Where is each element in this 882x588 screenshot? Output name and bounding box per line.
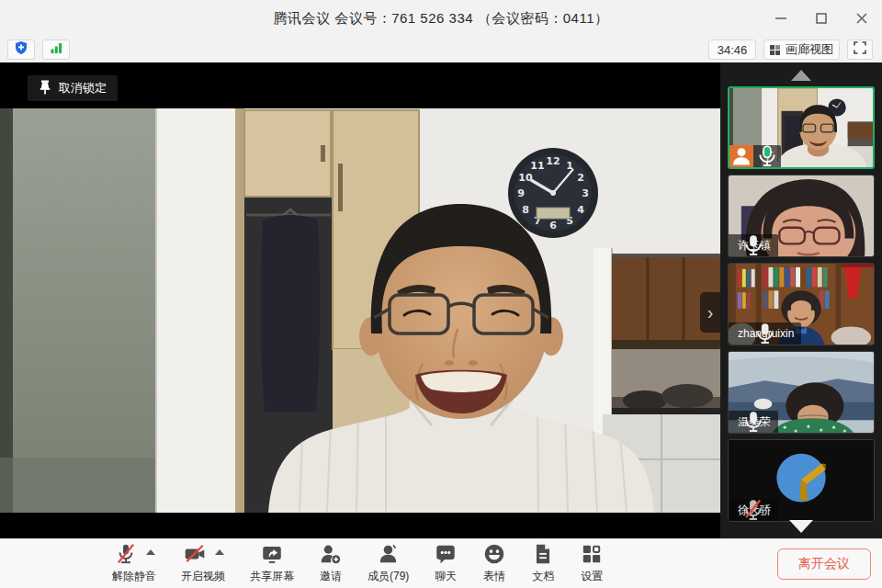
minimize-button[interactable] (761, 0, 801, 37)
svg-text:6: 6 (549, 220, 557, 232)
meeting-timer: 34:46 (708, 40, 756, 60)
participant-video-1[interactable]: 丁 (728, 86, 875, 169)
tool-label: 文档 (532, 569, 554, 584)
participant-video-4[interactable]: 温美荣 (728, 351, 875, 434)
svg-text:11: 11 (530, 160, 544, 172)
minimize-icon (775, 13, 786, 24)
tool-label: 共享屏幕 (250, 569, 294, 584)
tool-label: 成员(79) (368, 569, 409, 584)
signal-bars-icon (49, 40, 63, 59)
participants-sidebar: 丁 (720, 62, 882, 538)
members-button[interactable]: 成员(79) (368, 544, 409, 584)
tool-label: 解除静音 (112, 569, 156, 584)
titlebar: 腾讯会议 会议号：761 526 334 （会议密码：0411） (0, 0, 882, 37)
maximize-button[interactable] (801, 0, 842, 37)
leave-meeting-button[interactable]: 离开会议 (777, 548, 871, 580)
participant-4-label: 温美荣 (729, 411, 778, 433)
chevron-right-icon: › (707, 302, 714, 323)
participant-2-label: 许玉镇 (729, 234, 778, 256)
video-options-caret[interactable] (215, 549, 224, 555)
unlock-pin-button[interactable]: 取消锁定 (28, 75, 118, 101)
scroll-down-button[interactable] (789, 520, 813, 533)
svg-text:10: 10 (518, 172, 533, 184)
network-status-button[interactable] (42, 40, 70, 60)
document-icon (531, 542, 555, 569)
participant-3-label: zhangruixin (729, 322, 801, 345)
close-icon (856, 13, 867, 24)
close-button[interactable] (842, 0, 882, 37)
participant-1-label: 丁 (753, 145, 781, 167)
main-video[interactable]: 12 1 2 3 4 5 6 7 8 9 10 11 (0, 62, 720, 538)
tool-label: 开启视频 (181, 569, 225, 584)
svg-text:4: 4 (577, 204, 584, 216)
share-screen-button[interactable]: 共享屏幕 (250, 544, 294, 584)
sidebar-collapse-handle[interactable]: › (700, 292, 720, 333)
window-controls (761, 0, 882, 37)
gallery-view-button[interactable]: 画廊视图 (763, 40, 840, 60)
meeting-security-button[interactable] (7, 40, 35, 60)
shield-plus-icon (14, 40, 28, 59)
host-badge (729, 145, 753, 167)
svg-text:9: 9 (517, 187, 525, 199)
svg-text:2: 2 (577, 172, 584, 184)
svg-text:8: 8 (522, 204, 529, 216)
svg-text:12: 12 (546, 155, 560, 167)
chat-icon (434, 542, 458, 569)
unlock-label: 取消锁定 (59, 80, 107, 96)
mic-muted-icon (114, 542, 138, 569)
invite-icon (319, 542, 343, 569)
camera-off-icon (183, 542, 207, 569)
bottom-toolbar: 解除静音 开启视频 (0, 538, 882, 588)
settings-grid-icon (580, 542, 604, 569)
tool-label: 聊天 (435, 569, 457, 584)
participant-video-5[interactable]: 徐天骄 (728, 439, 875, 522)
participant-video-3[interactable]: zhangruixin (728, 263, 875, 345)
fullscreen-button[interactable] (847, 40, 873, 60)
maximize-icon (816, 13, 827, 24)
fullscreen-corners-icon (854, 41, 866, 58)
participant-video-2[interactable]: 许玉镇 (728, 175, 875, 257)
tencent-meeting-window: 腾讯会议 会议号：761 526 334 （会议密码：0411） (0, 0, 882, 588)
participant-5-label: 徐天骄 (729, 499, 778, 521)
tool-label: 设置 (581, 569, 603, 584)
invite-button[interactable]: 邀请 (319, 544, 343, 584)
grid-icon (770, 45, 780, 55)
chat-button[interactable]: 聊天 (434, 544, 458, 584)
tool-label: 表情 (483, 569, 505, 584)
documents-button[interactable]: 文档 (531, 544, 555, 584)
members-icon (377, 542, 401, 569)
mic-options-caret[interactable] (146, 549, 155, 555)
info-bar: 34:46 画廊视图 (0, 37, 882, 62)
unmute-button[interactable]: 解除静音 (112, 544, 156, 584)
emoji-icon (482, 542, 506, 569)
share-screen-icon (260, 542, 284, 569)
start-video-button[interactable]: 开启视频 (181, 544, 225, 584)
svg-text:3: 3 (582, 187, 589, 199)
window-title: 腾讯会议 会议号：761 526 334 （会议密码：0411） (273, 10, 608, 28)
gallery-view-label: 画廊视图 (786, 41, 833, 58)
settings-button[interactable]: 设置 (580, 544, 604, 584)
main-video-feed: 12 1 2 3 4 5 6 7 8 9 10 11 (0, 108, 720, 513)
scroll-up-button[interactable] (791, 70, 811, 81)
tool-label: 邀请 (320, 569, 342, 584)
pin-icon (39, 80, 51, 97)
emoji-button[interactable]: 表情 (482, 544, 506, 584)
content-area: 12 1 2 3 4 5 6 7 8 9 10 11 (0, 62, 882, 538)
